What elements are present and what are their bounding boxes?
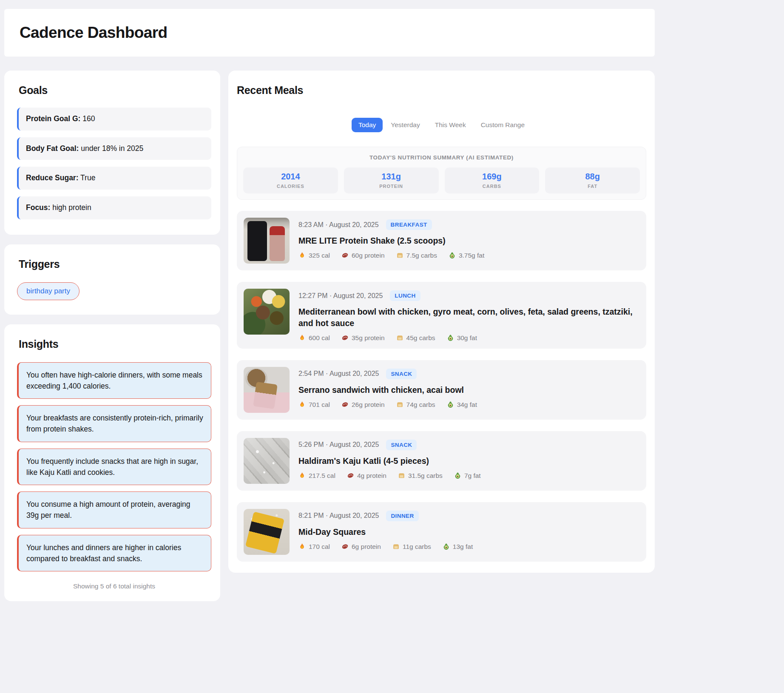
macro-calories: 600 cal (298, 334, 330, 342)
steak-icon (341, 543, 349, 550)
meal-card[interactable]: 5:26 PM · August 20, 2025 SNACK Haldiram… (237, 431, 646, 491)
goal-item-sugar: Reduce Sugar: True (17, 167, 211, 190)
steak-icon (347, 472, 354, 479)
insights-heading: Insights (19, 338, 211, 350)
macro-carbs: 74g carbs (396, 401, 435, 409)
stat-value: 169g (445, 172, 540, 182)
macro-carbs: 31.5g carbs (398, 472, 443, 480)
goal-label: Protein Goal G: (26, 114, 80, 123)
meal-macros: 325 cal 60g protein 7.5g carbs 3.75g fat (298, 252, 484, 259)
protein-shake-photo (244, 218, 290, 264)
stat-carbs: 169g CARBS (445, 168, 540, 193)
stat-fat: 88g FAT (545, 168, 640, 193)
macro-carbs: 7.5g carbs (396, 252, 437, 259)
tab-today[interactable]: Today (352, 118, 383, 132)
macro-fat: 30g fat (447, 334, 477, 342)
fire-icon (298, 401, 306, 408)
goal-value: True (80, 173, 95, 182)
fire-icon (298, 543, 306, 550)
goals-panel: Goals Protein Goal G: 160 Body Fat Goal:… (4, 71, 220, 235)
macro-fat: 13g fat (443, 543, 473, 551)
fire-icon (298, 252, 306, 259)
meal-title: Serrano sandwich with chicken, acai bowl (298, 384, 477, 396)
meal-type-badge: BREAKFAST (386, 219, 432, 230)
app-header: Cadence Dashboard (4, 9, 655, 57)
tab-custom-range[interactable]: Custom Range (474, 118, 531, 132)
insights-panel: Insights You often have high-calorie din… (4, 324, 220, 602)
goal-value: 160 (82, 114, 95, 123)
meal-type-badge: SNACK (386, 440, 417, 450)
fire-icon (298, 472, 306, 479)
meal-timestamp: 5:26 PM · August 20, 2025 (298, 441, 379, 449)
meal-macros: 600 cal 35g protein 45g carbs 30g fat (298, 334, 639, 342)
stat-value: 131g (344, 172, 439, 182)
mediterranean-bowl-photo (244, 289, 290, 335)
meal-card[interactable]: 8:23 AM · August 20, 2025 BREAKFAST MRE … (237, 211, 646, 270)
insight-item: You consume a high amount of protein, av… (17, 491, 211, 528)
meal-macros: 217.5 cal 4g protein 31.5g carbs 7g fat (298, 472, 481, 480)
meal-title: Mediterranean bowl with chicken, gyro me… (298, 306, 639, 329)
trigger-chip-birthday-party[interactable]: birthday party (17, 282, 80, 300)
goal-label: Body Fat Goal: (26, 144, 79, 153)
meal-card[interactable]: 2:54 PM · August 20, 2025 SNACK Serrano … (237, 360, 646, 420)
fire-icon (298, 334, 306, 341)
steak-icon (341, 334, 349, 341)
triggers-panel: Triggers birthday party (4, 244, 220, 315)
goal-label: Focus: (26, 203, 50, 212)
meal-title: MRE LITE Protein Shake (2.5 scoops) (298, 235, 484, 247)
nutrition-summary-title: TODAY'S NUTRITION SUMMARY (AI ESTIMATED) (243, 154, 640, 161)
macro-carbs: 11g carbs (392, 543, 431, 551)
meal-timestamp: 2:54 PM · August 20, 2025 (298, 370, 379, 378)
goals-heading: Goals (19, 84, 211, 97)
macro-fat: 34g fat (447, 401, 477, 409)
bread-icon (396, 401, 403, 408)
meal-type-badge: SNACK (386, 369, 417, 379)
steak-icon (341, 401, 349, 408)
macro-fat: 7g fat (454, 472, 481, 480)
bread-icon (392, 543, 400, 550)
bread-icon (396, 252, 403, 259)
stat-value: 2014 (243, 172, 338, 182)
meal-timestamp: 8:21 PM · August 20, 2025 (298, 512, 379, 520)
nutrition-summary-stats: 2014 CALORIES 131g PROTEIN 169g CARBS 88… (243, 168, 640, 193)
meal-timestamp: 8:23 AM · August 20, 2025 (298, 221, 379, 229)
insight-item: You often have high-calorie dinners, wit… (17, 362, 211, 399)
macro-calories: 325 cal (298, 252, 330, 259)
macro-carbs: 45g carbs (396, 334, 435, 342)
macro-protein: 35g protein (341, 334, 385, 342)
avocado-icon (447, 334, 454, 341)
stat-label: FAT (545, 184, 640, 189)
meal-title: Mid-Day Squares (298, 526, 473, 538)
insight-item: Your lunches and dinners are higher in c… (17, 535, 211, 572)
tab-this-week[interactable]: This Week (428, 118, 473, 132)
goal-label: Reduce Sugar: (26, 173, 79, 182)
stat-value: 88g (545, 172, 640, 182)
macro-fat: 3.75g fat (449, 252, 484, 259)
goal-item-bodyfat: Body Fat Goal: under 18% in 2025 (17, 137, 211, 160)
macro-protein: 26g protein (341, 401, 385, 409)
insight-item: You frequently include snacks that are h… (17, 449, 211, 486)
meal-list: 8:23 AM · August 20, 2025 BREAKFAST MRE … (237, 211, 646, 562)
kaju-katli-photo (244, 438, 290, 484)
bread-icon (398, 472, 405, 479)
macro-protein: 4g protein (347, 472, 386, 480)
goal-value: under 18% in 2025 (81, 144, 143, 153)
meal-macros: 701 cal 26g protein 74g carbs 34g fat (298, 401, 477, 409)
date-range-tabs: Today Yesterday This Week Custom Range (237, 118, 646, 132)
triggers-heading: Triggers (19, 258, 211, 270)
avocado-icon (454, 472, 461, 479)
goal-value: high protein (52, 203, 91, 212)
tab-yesterday[interactable]: Yesterday (384, 118, 426, 132)
meal-card[interactable]: 12:27 PM · August 20, 2025 LUNCH Mediter… (237, 282, 646, 349)
macro-protein: 60g protein (341, 252, 385, 259)
macro-protein: 6g protein (341, 543, 381, 551)
meal-title: Haldiram's Kaju Katli (4-5 pieces) (298, 455, 481, 467)
goal-item-protein: Protein Goal G: 160 (17, 108, 211, 131)
stat-label: CALORIES (243, 184, 338, 189)
macro-calories: 217.5 cal (298, 472, 335, 480)
page-title: Cadence Dashboard (20, 24, 168, 42)
meal-card[interactable]: 8:21 PM · August 20, 2025 DINNER Mid-Day… (237, 502, 646, 562)
meal-type-badge: LUNCH (390, 290, 420, 301)
snack-bar-photo (244, 509, 290, 555)
stat-calories: 2014 CALORIES (243, 168, 338, 193)
